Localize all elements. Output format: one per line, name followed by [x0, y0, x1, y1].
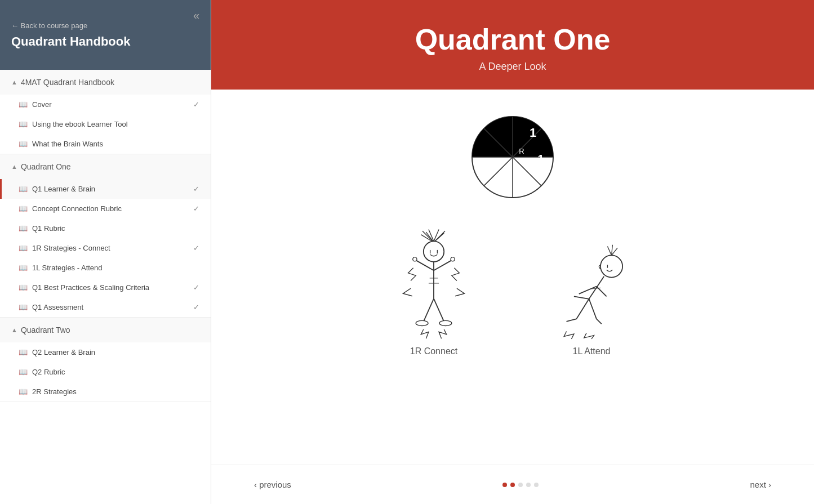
section-items-4mat: 📖 Cover ✓ 📖 Using the ebook Learner Tool… — [0, 95, 211, 154]
sidebar-section-q2: ▲ Quadrant Two 📖 Q2 Learner & Brain 📖 Q2… — [0, 318, 211, 402]
section-label-q2: Quadrant Two — [21, 325, 70, 334]
back-to-course-link[interactable]: ← Back to course page — [11, 21, 130, 30]
page-subtitle: A Deeper Look — [223, 61, 803, 73]
section-label-4mat: 4MAT Quadrant Handbook — [21, 78, 114, 87]
sidebar-item-label: Q1 Learner & Brain — [32, 185, 95, 193]
page-dot-4 — [526, 483, 531, 487]
sidebar-item-label: Q2 Rubric — [32, 368, 65, 376]
book-icon: 📖 — [19, 348, 28, 356]
book-icon: 📖 — [19, 224, 28, 233]
sidebar-header-content: ← Back to course page Quadrant Handbook — [11, 21, 130, 49]
sidebar-item-label: Q1 Assessment — [32, 303, 83, 311]
sidebar-item-1l-strategies[interactable]: 📖 1L Strategies - Attend — [0, 258, 211, 278]
sidebar-item-brain-wants[interactable]: 📖 What the Brain Wants — [0, 134, 211, 154]
book-icon: 📖 — [19, 244, 28, 252]
sidebar-item-cover[interactable]: 📖 Cover ✓ — [0, 95, 211, 114]
figure-attend-label: 1L Attend — [572, 346, 610, 356]
sidebar-item-label: Using the ebook Learner Tool — [32, 120, 128, 128]
svg-point-22 — [413, 257, 417, 261]
figure-attend-item: 1L Attend — [546, 238, 637, 356]
svg-line-35 — [589, 276, 604, 299]
book-icon: 📖 — [19, 185, 28, 193]
section-items-q1: 📖 Q1 Learner & Brain ✓ 📖 Concept Connect… — [0, 179, 211, 317]
sidebar: ← Back to course page Quadrant Handbook … — [0, 0, 211, 504]
svg-point-16 — [424, 241, 444, 261]
illustrations-row: 1R Connect — [389, 227, 637, 356]
svg-text:R: R — [519, 147, 524, 155]
svg-line-42 — [597, 319, 602, 324]
book-icon: 📖 — [19, 204, 28, 213]
svg-point-30 — [601, 255, 622, 277]
check-icon: ✓ — [193, 185, 199, 193]
sidebar-item-concept-rubric[interactable]: 📖 Concept Connection Rubric ✓ — [0, 199, 211, 218]
sidebar-item-q2-learner-brain[interactable]: 📖 Q2 Learner & Brain — [0, 342, 211, 362]
book-icon: 📖 — [19, 264, 28, 272]
section-arrow-q2: ▲ — [11, 327, 17, 333]
svg-line-24 — [424, 298, 434, 322]
wheel-diagram: 1 R L 1 — [468, 112, 558, 202]
sidebar-header: ← Back to course page Quadrant Handbook … — [0, 0, 211, 70]
sidebar-item-label: Concept Connection Rubric — [32, 204, 122, 213]
sidebar-section-q1: ▲ Quadrant One 📖 Q1 Learner & Brain ✓ 📖 … — [0, 154, 211, 318]
sidebar-item-label: Cover — [32, 100, 52, 109]
svg-text:1: 1 — [530, 126, 536, 140]
section-header-q1[interactable]: ▲ Quadrant One — [0, 154, 211, 179]
check-icon: ✓ — [193, 244, 199, 252]
check-icon: ✓ — [193, 303, 199, 311]
svg-line-41 — [567, 319, 577, 321]
previous-button[interactable]: ‹ previous — [245, 475, 300, 494]
page-title: Quadrant One — [223, 23, 803, 56]
book-icon: 📖 — [19, 387, 28, 396]
sidebar-item-q1-rubric[interactable]: 📖 Q1 Rubric — [0, 218, 211, 238]
page-dot-1 — [502, 483, 507, 487]
section-header-q2[interactable]: ▲ Quadrant Two — [0, 318, 211, 342]
book-icon: 📖 — [19, 368, 28, 376]
page-dot-5 — [534, 483, 539, 487]
quadrant-wheel: 1 R L 1 — [468, 112, 558, 204]
sidebar-title: Quadrant Handbook — [11, 34, 130, 49]
sidebar-item-label: Q2 Learner & Brain — [32, 348, 95, 356]
collapse-sidebar-button[interactable]: « — [193, 9, 199, 22]
sidebar-item-ebook-tool[interactable]: 📖 Using the ebook Learner Tool — [0, 114, 211, 134]
svg-line-40 — [589, 299, 597, 319]
sidebar-item-label: What the Brain Wants — [32, 140, 103, 148]
main-content-area: Quadrant One A Deeper Look — [211, 0, 814, 504]
sidebar-item-q1-best-practices[interactable]: 📖 Q1 Best Practices & Scaling Criteria ✓ — [0, 278, 211, 297]
svg-point-26 — [416, 320, 428, 325]
page-dots — [502, 483, 539, 487]
figure-connect-svg — [389, 227, 479, 340]
sidebar-item-label: 1R Strategies - Connect — [32, 244, 110, 252]
page-dot-2 — [510, 483, 515, 487]
sidebar-item-2r-strategies[interactable]: 📖 2R Strategies — [0, 382, 211, 402]
sidebar-section-4mat: ▲ 4MAT Quadrant Handbook 📖 Cover ✓ 📖 Usi… — [0, 70, 211, 154]
svg-point-27 — [439, 320, 452, 325]
book-icon: 📖 — [19, 303, 28, 311]
sidebar-item-label: Q1 Rubric — [32, 224, 65, 233]
svg-text:1: 1 — [537, 153, 544, 165]
sidebar-item-q1-learner-brain[interactable]: 📖 Q1 Learner & Brain ✓ — [0, 179, 211, 199]
figure-attend-svg — [546, 238, 637, 340]
svg-text:L: L — [527, 156, 531, 164]
sidebar-item-q2-rubric[interactable]: 📖 Q2 Rubric — [0, 362, 211, 382]
svg-line-25 — [434, 298, 444, 322]
book-icon: 📖 — [19, 100, 28, 109]
sidebar-item-label: 1L Strategies - Attend — [32, 264, 103, 272]
main-header: Quadrant One A Deeper Look — [211, 0, 814, 90]
svg-line-31 — [607, 246, 611, 255]
page-dot-3 — [518, 483, 523, 487]
section-header-4mat[interactable]: ▲ 4MAT Quadrant Handbook — [0, 70, 211, 95]
sidebar-item-q1-assessment[interactable]: 📖 Q1 Assessment ✓ — [0, 297, 211, 317]
svg-line-36 — [579, 287, 597, 294]
next-button[interactable]: next › — [741, 475, 780, 494]
section-items-q2: 📖 Q2 Learner & Brain 📖 Q2 Rubric 📖 2R St… — [0, 342, 211, 402]
svg-line-37 — [574, 296, 589, 298]
book-icon: 📖 — [19, 120, 28, 128]
book-icon: 📖 — [19, 140, 28, 148]
figure-connect-label: 1R Connect — [410, 346, 458, 356]
book-icon: 📖 — [19, 283, 28, 292]
svg-line-38 — [597, 287, 607, 297]
sidebar-item-1r-strategies[interactable]: 📖 1R Strategies - Connect ✓ — [0, 238, 211, 258]
svg-line-39 — [576, 299, 589, 319]
check-icon: ✓ — [193, 100, 199, 109]
sidebar-item-label: 2R Strategies — [32, 387, 77, 396]
